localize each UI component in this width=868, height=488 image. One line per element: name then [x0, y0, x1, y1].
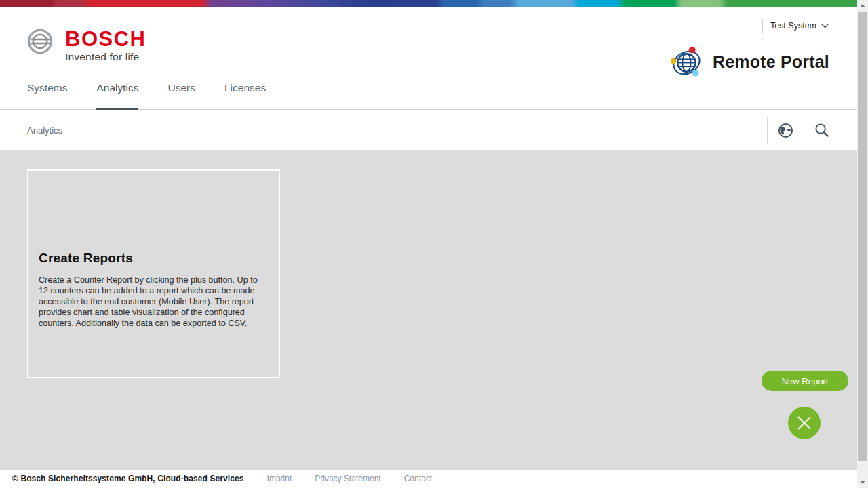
main-nav: Systems Analytics Users Licenses — [27, 82, 295, 110]
search-button[interactable] — [804, 117, 840, 144]
footer-link-imprint[interactable]: Imprint — [267, 474, 292, 483]
main-column: Test System BOSCH Invented for life — [0, 0, 857, 488]
footer-link-privacy[interactable]: Privacy Statement — [315, 474, 380, 483]
scrollbar-down-arrow-icon[interactable] — [860, 481, 865, 484]
content-area: Create Reports Create a Counter Report b… — [0, 150, 857, 470]
tab-systems[interactable]: Systems — [27, 82, 67, 110]
remote-portal-globe-icon — [671, 46, 703, 78]
scrollbar-thumb[interactable] — [858, 12, 867, 461]
tab-users[interactable]: Users — [167, 82, 195, 110]
breadcrumb-bar: Analytics — [0, 110, 857, 150]
bosch-tagline: Invented for life — [65, 51, 146, 63]
divider — [762, 19, 763, 33]
tab-licenses[interactable]: Licenses — [224, 82, 266, 110]
scrollbar-up-arrow-icon[interactable] — [860, 4, 865, 7]
breadcrumb: Analytics — [27, 125, 62, 136]
bosch-wordmark: BOSCH Invented for life — [65, 28, 146, 63]
search-icon — [814, 123, 830, 138]
tab-analytics[interactable]: Analytics — [96, 82, 138, 110]
scrollbar[interactable] — [857, 0, 868, 488]
bosch-anchor-icon — [27, 28, 53, 54]
chevron-down-icon — [821, 24, 829, 28]
header: Test System BOSCH Invented for life — [0, 7, 857, 110]
system-selector-dropdown[interactable]: Test System — [762, 18, 829, 33]
card-title: Create Reports — [39, 251, 268, 266]
system-selector-label: Test System — [770, 21, 816, 30]
globe-icon — [778, 123, 793, 138]
remote-portal-title: Remote Portal — [713, 52, 829, 72]
bar-actions — [767, 117, 840, 144]
footer: © Bosch Sicherheitssysteme GmbH, Cloud-b… — [0, 470, 857, 487]
card-description: Create a Counter Report by clicking the … — [39, 274, 268, 329]
close-icon — [796, 415, 812, 431]
bosch-supergraphic-stripe — [0, 0, 857, 7]
fab-close-button[interactable] — [788, 407, 821, 439]
language-globe-button[interactable] — [767, 117, 804, 144]
page: Test System BOSCH Invented for life — [0, 0, 868, 488]
footer-copyright: © Bosch Sicherheitssysteme GmbH, Cloud-b… — [12, 474, 244, 483]
footer-link-contact[interactable]: Contact — [404, 474, 432, 483]
bosch-logo[interactable]: BOSCH Invented for life — [27, 28, 146, 63]
bosch-name: BOSCH — [65, 28, 146, 50]
create-reports-card: Create Reports Create a Counter Report b… — [27, 169, 280, 378]
new-report-button[interactable]: New Report — [762, 371, 848, 391]
remote-portal-logo: Remote Portal — [671, 46, 829, 78]
